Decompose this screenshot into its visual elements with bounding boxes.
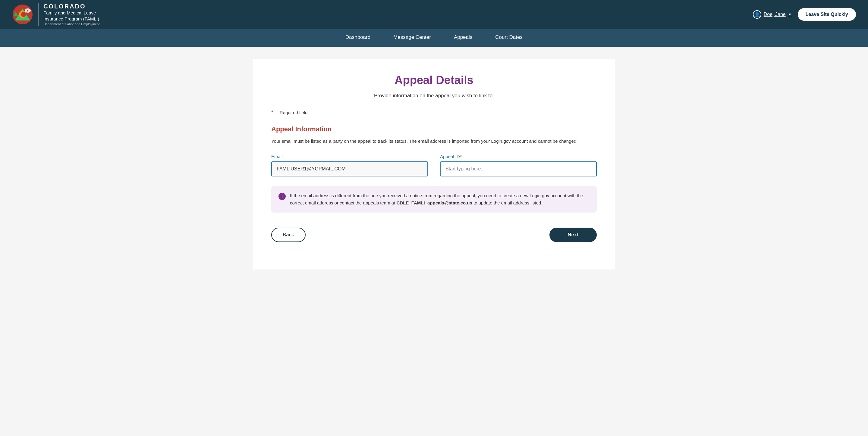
section-description: Your email must be listed as a party on …	[271, 138, 597, 145]
nav-court-dates[interactable]: Court Dates	[493, 29, 525, 47]
appeal-id-group: Appeal ID*	[440, 154, 597, 176]
section-title: Appeal Information	[271, 125, 597, 133]
nav-dashboard[interactable]: Dashboard	[343, 29, 373, 47]
state-name: COLORADO	[43, 3, 100, 10]
logo-area: ✦	[12, 4, 33, 25]
main-content: Appeal Details Provide information on th…	[0, 59, 868, 269]
button-row: Back Next	[271, 228, 597, 242]
user-menu[interactable]: 👤 Doe, Jane ▼	[753, 10, 792, 19]
info-box: i If the email address is different from…	[271, 186, 597, 212]
page-title: Appeal Details	[271, 74, 597, 87]
form-row: Email Appeal ID*	[271, 154, 597, 176]
nav-appeals[interactable]: Appeals	[452, 29, 475, 47]
user-icon: 👤	[753, 10, 761, 19]
email-input	[271, 161, 428, 176]
main-navbar: Dashboard Message Center Appeals Court D…	[0, 29, 868, 47]
header-left: ✦ COLORADO Family and Medical Leave Insu…	[12, 3, 100, 26]
info-icon: i	[278, 193, 286, 200]
header-title: COLORADO Family and Medical Leave Insura…	[38, 3, 100, 26]
chevron-down-icon: ▼	[788, 12, 792, 16]
svg-point-3	[21, 12, 26, 17]
appeal-id-input[interactable]	[440, 161, 597, 176]
program-name: Family and Medical Leave Insurance Progr…	[43, 10, 100, 22]
leave-site-button[interactable]: Leave Site Quickly	[798, 8, 856, 21]
required-asterisk: *	[271, 110, 273, 115]
appeal-id-label: Appeal ID*	[440, 154, 597, 159]
page-subtitle: Provide information on the appeal you wi…	[271, 93, 597, 99]
site-header: ✦ COLORADO Family and Medical Leave Insu…	[0, 0, 868, 29]
next-button[interactable]: Next	[550, 228, 597, 242]
required-note: * = Required field	[271, 110, 597, 115]
dept-name: Department of Labor and Employment	[43, 22, 100, 26]
svg-text:✦: ✦	[26, 9, 29, 12]
info-text: If the email address is different from t…	[290, 192, 590, 207]
email-label: Email	[271, 154, 428, 159]
header-right: 👤 Doe, Jane ▼ Leave Site Quickly	[753, 8, 856, 21]
back-button[interactable]: Back	[271, 228, 306, 242]
colorado-logo: ✦	[12, 4, 33, 25]
user-name: Doe, Jane	[764, 12, 786, 17]
content-card: Appeal Details Provide information on th…	[253, 59, 615, 269]
email-group: Email	[271, 154, 428, 176]
nav-message-center[interactable]: Message Center	[391, 29, 433, 47]
